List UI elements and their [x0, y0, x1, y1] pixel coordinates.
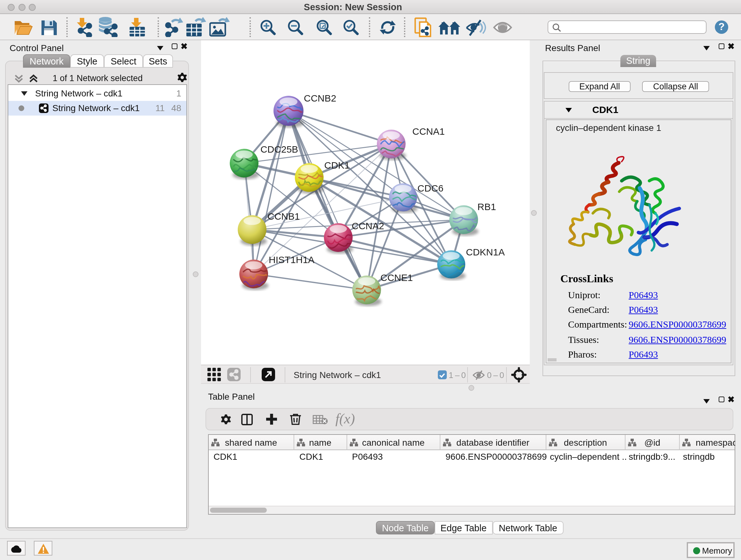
svg-text:CCNB1: CCNB1: [267, 211, 300, 222]
svg-text:CCNB2: CCNB2: [304, 93, 336, 104]
svg-text:HIST1H1A: HIST1H1A: [269, 254, 314, 265]
svg-text:CDC6: CDC6: [417, 183, 444, 193]
svg-text:CCNA1: CCNA1: [412, 126, 445, 137]
svg-text:CDK1: CDK1: [324, 160, 350, 171]
svg-text:CCNE1: CCNE1: [381, 272, 413, 283]
svg-text:CDC25B: CDC25B: [260, 144, 298, 154]
svg-text:CCNA2: CCNA2: [352, 221, 384, 231]
svg-text:RB1: RB1: [477, 201, 496, 212]
svg-text:CDKN1A: CDKN1A: [466, 247, 505, 257]
